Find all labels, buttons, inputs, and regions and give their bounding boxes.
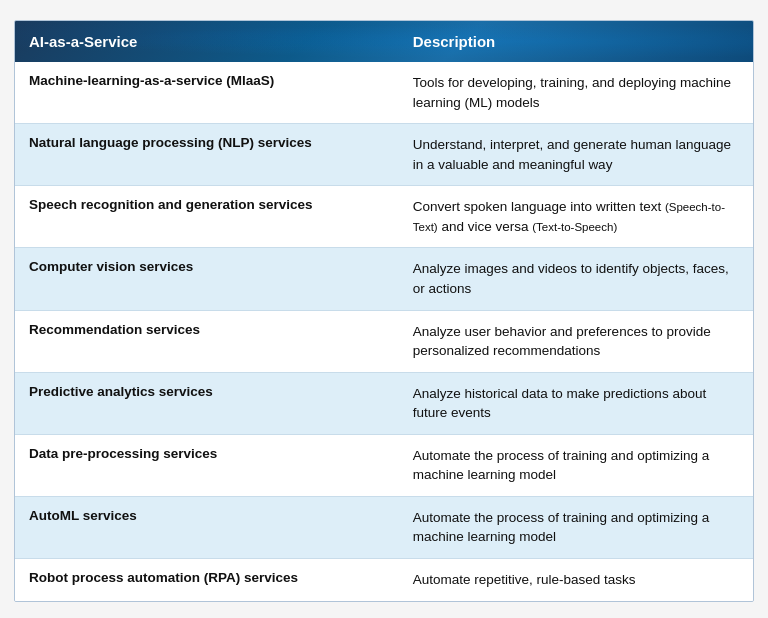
table-row: Recommendation servicesAnalyze user beha… bbox=[15, 310, 753, 372]
table-row: Computer vision servicesAnalyze images a… bbox=[15, 248, 753, 310]
table-row: Data pre-processing servicesAutomate the… bbox=[15, 434, 753, 496]
description-cell: Automate repetitive, rule-based tasks bbox=[399, 559, 753, 601]
service-name-cell: Recommendation services bbox=[15, 310, 399, 372]
description-cell: Analyze images and videos to identify ob… bbox=[399, 248, 753, 310]
main-table-container: AI-as-a-Service Description Machine-lear… bbox=[14, 20, 754, 602]
table-row: Speech recognition and generation servic… bbox=[15, 186, 753, 248]
description-cell: Tools for developing, training, and depl… bbox=[399, 62, 753, 124]
description-cell: Automate the process of training and opt… bbox=[399, 434, 753, 496]
table-row: Natural language processing (NLP) servic… bbox=[15, 124, 753, 186]
description-cell: Automate the process of training and opt… bbox=[399, 496, 753, 558]
description-cell: Analyze user behavior and preferences to… bbox=[399, 310, 753, 372]
table-row: Machine-learning-as-a-service (MlaaS)Too… bbox=[15, 62, 753, 124]
description-cell: Convert spoken language into written tex… bbox=[399, 186, 753, 248]
service-name-cell: Data pre-processing services bbox=[15, 434, 399, 496]
table-header-row: AI-as-a-Service Description bbox=[15, 21, 753, 62]
description-cell: Analyze historical data to make predicti… bbox=[399, 372, 753, 434]
service-name-cell: Speech recognition and generation servic… bbox=[15, 186, 399, 248]
table-row: Robot process automation (RPA) servicesA… bbox=[15, 559, 753, 601]
service-name-cell: Robot process automation (RPA) services bbox=[15, 559, 399, 601]
table-row: AutoML servicesAutomate the process of t… bbox=[15, 496, 753, 558]
service-name-cell: Machine-learning-as-a-service (MlaaS) bbox=[15, 62, 399, 124]
service-name-cell: Natural language processing (NLP) servic… bbox=[15, 124, 399, 186]
table-row: Predictive analytics servicesAnalyze his… bbox=[15, 372, 753, 434]
service-name-cell: Computer vision services bbox=[15, 248, 399, 310]
service-name-cell: Predictive analytics services bbox=[15, 372, 399, 434]
header-description: Description bbox=[399, 21, 753, 62]
service-name-cell: AutoML services bbox=[15, 496, 399, 558]
header-service: AI-as-a-Service bbox=[15, 21, 399, 62]
description-cell: Understand, interpret, and generate huma… bbox=[399, 124, 753, 186]
ai-services-table: AI-as-a-Service Description Machine-lear… bbox=[15, 21, 753, 601]
